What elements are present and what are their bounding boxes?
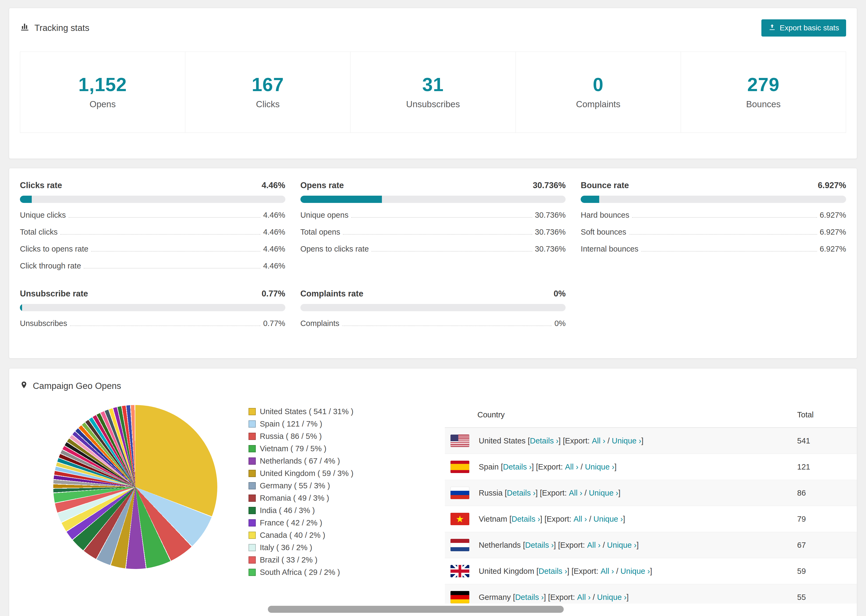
export-unique-link[interactable]: Unique › <box>585 462 614 471</box>
geo-opens-body: United States ( 541 / 31% ) Spain ( 121 … <box>9 392 857 610</box>
progress-bar-fill <box>20 304 22 311</box>
export-unique-link[interactable]: Unique › <box>612 437 641 445</box>
progress-bar <box>301 196 566 203</box>
rate-header: Unsubscribe rate 0.77% <box>20 289 285 299</box>
legend-label: Vietnam ( 79 / 5% ) <box>260 444 326 453</box>
legend-label: Netherlands ( 67 / 4% ) <box>260 457 340 465</box>
stat-cell: 279 Bounces <box>681 52 846 132</box>
metric-value: 30.736% <box>535 211 566 220</box>
export-unique-link[interactable]: Unique › <box>620 567 650 576</box>
legend-label: United Kingdom ( 59 / 3% ) <box>260 469 353 478</box>
rate-metric-list: Unique clicks 4.46% Total clicks 4.46% C… <box>20 207 285 274</box>
progress-bar <box>20 196 285 203</box>
dotted-leader <box>629 234 817 235</box>
metric-label: Internal bounces <box>581 245 638 253</box>
metric-label: Click through rate <box>20 261 81 270</box>
table-row: Vietnam [Details ›] [Export: All › / Uni… <box>445 506 857 532</box>
legend-color-swatch <box>249 507 256 514</box>
metric-label: Unsubscribes <box>20 319 67 328</box>
legend-label: Italy ( 36 / 2% ) <box>260 543 312 552</box>
rate-block: Unsubscribe rate 0.77% Unsubscribes 0.77… <box>20 289 285 332</box>
rate-title: Unsubscribe rate <box>20 289 88 299</box>
rate-percentage: 4.46% <box>262 181 285 190</box>
export-unique-link[interactable]: Unique › <box>597 593 627 602</box>
export-all-link[interactable]: All › <box>565 462 578 471</box>
rate-header: Opens rate 30.736% <box>301 181 566 190</box>
horizontal-scrollbar-thumb[interactable] <box>268 606 564 613</box>
rate-percentage: 6.927% <box>818 181 846 190</box>
country-cell: United States [Details ›] [Export: All ›… <box>479 437 797 445</box>
details-link[interactable]: Details › <box>515 593 543 602</box>
rate-header: Complaints rate 0% <box>301 289 566 299</box>
details-link[interactable]: Details › <box>525 541 554 550</box>
export-all-link[interactable]: All › <box>601 567 614 576</box>
country-flag <box>450 591 469 603</box>
country-flag <box>450 460 469 473</box>
country-total: 86 <box>797 489 857 498</box>
progress-bar-fill <box>581 196 599 203</box>
table-row: United States [Details ›] [Export: All ›… <box>445 428 857 454</box>
legend-color-swatch <box>249 532 256 539</box>
metric-label: Unique opens <box>301 211 348 220</box>
country-flag <box>450 435 469 447</box>
table-row: Russia [Details ›] [Export: All › / Uniq… <box>445 480 857 506</box>
dotted-leader <box>60 234 260 235</box>
rate-percentage: 30.736% <box>533 181 565 190</box>
geo-opens-title: Campaign Geo Opens <box>33 381 121 391</box>
map-pin-icon <box>20 380 28 392</box>
details-link[interactable]: Details › <box>530 437 558 445</box>
country-column-header: Country <box>477 410 797 419</box>
rates-card: Clicks rate 4.46% Unique clicks 4.46% To… <box>9 168 857 358</box>
export-unique-link[interactable]: Unique › <box>589 489 618 498</box>
export-basic-stats-button[interactable]: Export basic stats <box>761 19 846 36</box>
legend-color-swatch <box>249 408 256 415</box>
legend-label: United States ( 541 / 31% ) <box>260 407 353 416</box>
geo-country-table: Country Total United States [Details ›] … <box>445 401 857 610</box>
metric-value: 6.927% <box>820 245 846 253</box>
export-all-link[interactable]: All › <box>577 593 590 602</box>
metric-row: Internal bounces 6.927% <box>581 240 846 258</box>
stats-summary-row: 1,152 Opens 167 Clicks 31 Unsubscribes 0… <box>20 52 846 133</box>
progress-bar <box>20 304 285 311</box>
metric-value: 4.46% <box>263 245 285 253</box>
total-column-header: Total <box>797 410 857 419</box>
legend-color-swatch <box>249 420 256 427</box>
rate-header: Clicks rate 4.46% <box>20 181 285 190</box>
geo-pie-chart <box>53 405 217 569</box>
export-all-link[interactable]: All › <box>587 541 601 550</box>
legend-item: United States ( 541 / 31% ) <box>249 407 353 416</box>
table-row: United Kingdom [Details ›] [Export: All … <box>445 558 857 584</box>
legend-item: Vietnam ( 79 / 5% ) <box>249 444 353 453</box>
metric-row: Soft bounces 6.927% <box>581 224 846 240</box>
country-cell: Vietnam [Details ›] [Export: All › / Uni… <box>479 515 797 523</box>
legend-color-swatch <box>249 544 256 551</box>
export-unique-link[interactable]: Unique › <box>594 515 623 523</box>
details-link[interactable]: Details › <box>507 489 535 498</box>
export-all-link[interactable]: All › <box>592 437 605 445</box>
stat-label: Opens <box>20 99 185 109</box>
export-unique-link[interactable]: Unique › <box>607 541 636 550</box>
legend-label: Brazil ( 33 / 2% ) <box>260 556 317 564</box>
legend-color-swatch <box>249 569 256 576</box>
metric-value: 6.927% <box>820 228 846 237</box>
rate-metric-list: Hard bounces 6.927% Soft bounces 6.927% … <box>581 207 846 258</box>
export-basic-stats-label: Export basic stats <box>780 24 839 32</box>
rate-metric-list: Unsubscribes 0.77% <box>20 315 285 332</box>
dotted-leader <box>83 268 260 269</box>
dotted-leader <box>343 234 532 235</box>
legend-color-swatch <box>249 433 256 440</box>
export-all-link[interactable]: All › <box>569 489 582 498</box>
details-link[interactable]: Details › <box>503 462 531 471</box>
details-link[interactable]: Details › <box>538 567 567 576</box>
geo-opens-title-group: Campaign Geo Opens <box>20 380 121 392</box>
metric-label: Soft bounces <box>581 228 626 237</box>
legend-item: Spain ( 121 / 7% ) <box>249 420 353 428</box>
export-all-link[interactable]: All › <box>573 515 587 523</box>
legend-item: Russia ( 86 / 5% ) <box>249 432 353 441</box>
bar-chart-icon <box>20 22 30 34</box>
stat-label: Unsubscribes <box>350 99 515 109</box>
legend-label: Spain ( 121 / 7% ) <box>260 420 322 428</box>
country-flag <box>450 565 469 577</box>
details-link[interactable]: Details › <box>512 515 540 523</box>
stat-value: 167 <box>185 74 350 96</box>
